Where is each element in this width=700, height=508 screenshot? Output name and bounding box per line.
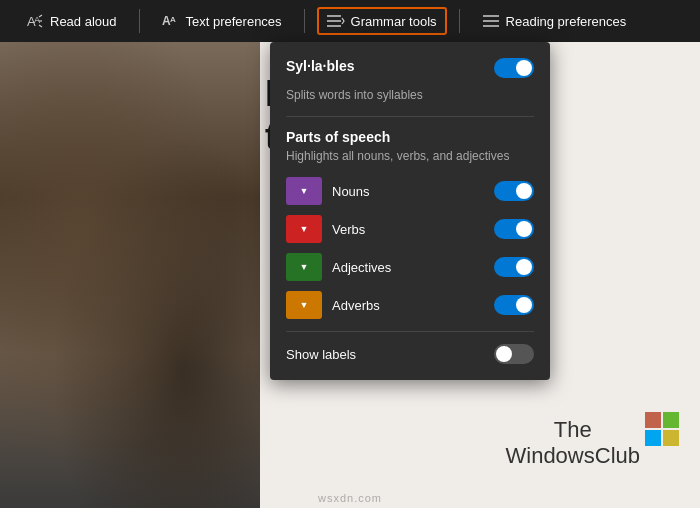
adjectives-color-button[interactable]: ▼ xyxy=(286,253,322,281)
adjectives-label: Adjectives xyxy=(332,260,494,275)
syllables-title: Syl·la·bles xyxy=(286,58,354,74)
verbs-label: Verbs xyxy=(332,222,494,237)
grammar-tools-icon xyxy=(327,12,345,30)
windows-club-text-line1: The xyxy=(554,417,592,442)
read-aloud-label: Read aloud xyxy=(50,14,117,29)
svg-rect-17 xyxy=(645,412,661,428)
adverbs-label: Adverbs xyxy=(332,298,494,313)
nouns-label: Nouns xyxy=(332,184,494,199)
read-aloud-icon: A A xyxy=(26,12,44,30)
reading-preferences-icon xyxy=(482,12,500,30)
svg-rect-19 xyxy=(645,430,661,446)
show-labels-toggle[interactable] xyxy=(494,344,534,364)
verbs-toggle[interactable] xyxy=(494,219,534,239)
watermark: wsxdn.com xyxy=(318,492,382,504)
section-divider xyxy=(286,116,534,117)
syllables-desc: Splits words into syllables xyxy=(286,88,534,102)
grammar-tools-label: Grammar tools xyxy=(351,14,437,29)
adverbs-row: ▼ Adverbs xyxy=(286,291,534,319)
page-image xyxy=(0,42,260,508)
verbs-chevron-icon: ▼ xyxy=(300,224,309,234)
grammar-tools-dropdown: Syl·la·bles Splits words into syllables … xyxy=(270,42,550,380)
parts-of-speech-title: Parts of speech xyxy=(286,129,534,145)
adjectives-row: ▼ Adjectives xyxy=(286,253,534,281)
svg-rect-18 xyxy=(663,412,679,428)
verbs-color-button[interactable]: ▼ xyxy=(286,215,322,243)
divider-3 xyxy=(459,9,460,33)
show-labels-row: Show labels xyxy=(286,344,534,364)
adverbs-chevron-icon: ▼ xyxy=(300,300,309,310)
nouns-row: ▼ Nouns xyxy=(286,177,534,205)
text-preferences-label: Text preferences xyxy=(186,14,282,29)
svg-rect-20 xyxy=(663,430,679,446)
windows-club-logo: The WindowsClub xyxy=(506,417,641,468)
bottom-divider xyxy=(286,331,534,332)
verbs-row: ▼ Verbs xyxy=(286,215,534,243)
nouns-color-button[interactable]: ▼ xyxy=(286,177,322,205)
syllables-row: Syl·la·bles xyxy=(286,58,534,78)
image-texture xyxy=(0,42,260,508)
svg-line-4 xyxy=(39,25,42,27)
adverbs-toggle[interactable] xyxy=(494,295,534,315)
nouns-chevron-icon: ▼ xyxy=(300,186,309,196)
adjectives-chevron-icon: ▼ xyxy=(300,262,309,272)
nouns-toggle[interactable] xyxy=(494,181,534,201)
windows-club-text-line2: WindowsClub xyxy=(506,443,641,468)
read-aloud-button[interactable]: A A Read aloud xyxy=(16,7,127,35)
reading-preferences-label: Reading preferences xyxy=(506,14,627,29)
reading-preferences-button[interactable]: Reading preferences xyxy=(472,7,637,35)
toolbar: A A Read aloud A A Text preferences xyxy=(0,0,700,42)
divider-1 xyxy=(139,9,140,33)
parts-of-speech-desc: Highlights all nouns, verbs, and adjecti… xyxy=(286,149,534,163)
syllables-toggle[interactable] xyxy=(494,58,534,78)
grammar-tools-button[interactable]: Grammar tools xyxy=(317,7,447,35)
adjectives-toggle[interactable] xyxy=(494,257,534,277)
divider-2 xyxy=(304,9,305,33)
svg-text:A: A xyxy=(170,15,176,24)
text-preferences-icon: A A xyxy=(162,12,180,30)
windows-logo-icon xyxy=(645,412,685,452)
adverbs-color-button[interactable]: ▼ xyxy=(286,291,322,319)
show-labels-label: Show labels xyxy=(286,347,356,362)
text-preferences-button[interactable]: A A Text preferences xyxy=(152,7,292,35)
